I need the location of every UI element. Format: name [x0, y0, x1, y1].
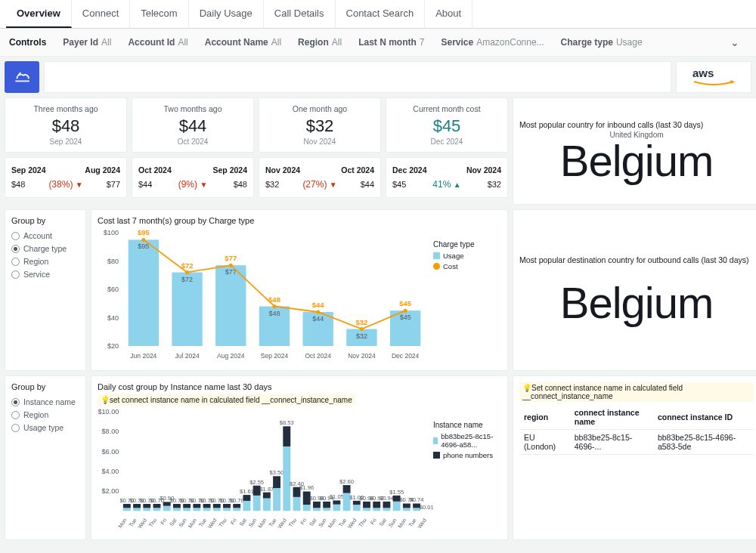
radio-account[interactable]: Account — [11, 231, 79, 240]
svg-text:Mon: Mon — [397, 517, 407, 529]
svg-text:Sun: Sun — [248, 517, 258, 528]
svg-rect-131 — [333, 500, 340, 504]
svg-text:$8.00: $8.00 — [102, 428, 119, 435]
svg-rect-58 — [153, 508, 161, 511]
svg-rect-12 — [215, 265, 246, 346]
svg-rect-158 — [403, 508, 411, 511]
svg-point-33 — [273, 304, 277, 308]
daily-cost-chart-card: Daily cost group by Instance name last 3… — [91, 375, 508, 540]
svg-rect-135 — [343, 485, 351, 493]
instance-table: regionconnect instance nameconnect insta… — [519, 405, 754, 455]
svg-rect-59 — [153, 504, 161, 508]
svg-text:Sun: Sun — [178, 517, 187, 528]
tab-call-details[interactable]: Call Details — [264, 0, 336, 28]
svg-text:$1.55: $1.55 — [389, 489, 404, 496]
search-input[interactable] — [44, 61, 671, 93]
svg-text:$2.00: $2.00 — [102, 487, 119, 495]
inbound-country-card: Most popular country for inbound calls (… — [513, 97, 756, 205]
svg-text:Jun 2024: Jun 2024 — [130, 352, 156, 360]
svg-text:$1.05: $1.05 — [330, 493, 344, 500]
table-row[interactable]: EU (London)bb83be25-8c15-4696-...bb83be2… — [519, 430, 754, 455]
svg-rect-9 — [172, 273, 202, 347]
radio-instance-name[interactable]: Instance name — [11, 397, 79, 406]
tab-overview[interactable]: Overview — [6, 0, 72, 28]
tab-connect[interactable]: Connect — [72, 0, 130, 28]
svg-rect-94 — [243, 501, 250, 511]
svg-text:Wed: Wed — [347, 517, 358, 530]
instance-table-hint: 💡Set connect instance name in calculated… — [519, 382, 754, 402]
svg-rect-150 — [383, 508, 390, 511]
svg-rect-146 — [373, 508, 380, 511]
svg-rect-114 — [293, 497, 301, 511]
inbound-country-value: Belgium — [560, 139, 714, 183]
daily-cost-chart: $2.00$4.00$6.00$8.00$10.00$0.70Mon$0.70T… — [98, 409, 433, 533]
svg-text:Aug 2024: Aug 2024 — [217, 352, 245, 360]
tab-contact-search[interactable]: Contact Search — [336, 0, 426, 28]
svg-point-39 — [404, 309, 407, 313]
radio-usage-type[interactable]: Usage type — [11, 423, 79, 432]
svg-text:Fri: Fri — [160, 517, 168, 526]
svg-text:$48: $48 — [268, 310, 280, 317]
filter-charge-type[interactable]: Charge typeUsage — [561, 37, 643, 48]
filter-account-name[interactable]: Account NameAll — [205, 37, 281, 48]
svg-text:Sun: Sun — [318, 517, 327, 528]
svg-point-35 — [316, 310, 320, 314]
svg-text:$48: $48 — [268, 295, 280, 304]
app-logo — [5, 61, 39, 93]
controls-expand-icon[interactable]: ⌄ — [730, 36, 739, 48]
legend-phone: phone numbers — [443, 451, 493, 459]
tab-telecom[interactable]: Telecom — [130, 0, 188, 28]
monthly-cost-chart-card: Cost last 7 month(s) group by Charge typ… — [91, 209, 508, 371]
svg-rect-79 — [203, 504, 211, 508]
filter-last-n-month[interactable]: Last N month7 — [358, 37, 424, 48]
tab-about[interactable]: About — [425, 0, 472, 28]
svg-rect-147 — [373, 502, 380, 508]
comparison-card: Dec 2024Nov 2024 $4541% ▲$32 — [386, 157, 508, 198]
svg-text:Thu: Thu — [148, 517, 158, 528]
svg-rect-122 — [313, 508, 321, 511]
svg-text:$1.61: $1.61 — [240, 488, 254, 495]
svg-text:$100: $100 — [104, 229, 119, 236]
svg-rect-110 — [283, 446, 290, 511]
svg-text:aws: aws — [692, 66, 714, 79]
filter-account-id[interactable]: Account IdAll — [128, 37, 187, 48]
table-header: connect instance name — [570, 405, 653, 430]
svg-rect-46 — [123, 508, 131, 511]
svg-text:Sat: Sat — [378, 517, 387, 527]
chart1-legend: Charge type Usage Cost — [433, 228, 501, 364]
svg-text:$45: $45 — [399, 299, 412, 307]
svg-text:$6.00: $6.00 — [102, 448, 119, 456]
svg-text:Jul 2024: Jul 2024 — [175, 352, 200, 360]
radio-charge-type[interactable]: Charge type — [11, 244, 79, 253]
groupby-panel-2: Group by Instance nameRegionUsage type — [5, 375, 86, 540]
svg-rect-66 — [173, 508, 181, 511]
svg-text:$3.50: $3.50 — [270, 469, 284, 476]
svg-text:$44: $44 — [312, 301, 325, 309]
svg-text:Mon: Mon — [187, 517, 198, 529]
svg-text:$0.01: $0.01 — [420, 504, 433, 511]
svg-rect-127 — [323, 502, 330, 508]
kpi-card: Two months ago$44Oct 2024 — [132, 97, 254, 153]
chart2-hint: 💡set connect instance name in calculated… — [98, 394, 355, 406]
radio-service[interactable]: Service — [11, 270, 79, 279]
svg-text:$1.96: $1.96 — [299, 484, 314, 491]
svg-rect-55 — [143, 504, 150, 508]
svg-rect-75 — [193, 504, 200, 508]
kpi-card: Three months ago$48Sep 2024 — [5, 97, 127, 153]
svg-rect-126 — [323, 508, 330, 511]
filter-payer-id[interactable]: Payer IdAll — [63, 37, 111, 48]
filter-service[interactable]: ServiceAmazonConne... — [441, 37, 544, 48]
svg-text:$0.94: $0.94 — [380, 495, 394, 502]
radio-region[interactable]: Region — [11, 410, 79, 419]
tab-daily-usage[interactable]: Daily Usage — [189, 0, 264, 28]
filter-region[interactable]: RegionAll — [298, 37, 342, 48]
radio-region[interactable]: Region — [11, 257, 79, 266]
svg-text:Mon: Mon — [327, 517, 338, 529]
svg-text:Wed: Wed — [137, 517, 147, 530]
svg-rect-159 — [403, 504, 411, 508]
svg-text:Sat: Sat — [308, 517, 318, 527]
svg-rect-111 — [283, 426, 290, 446]
svg-rect-74 — [193, 508, 200, 511]
svg-rect-118 — [303, 505, 311, 511]
chart2-legend: Instance name bb83be25-8c15-4696-a58... … — [433, 409, 501, 533]
